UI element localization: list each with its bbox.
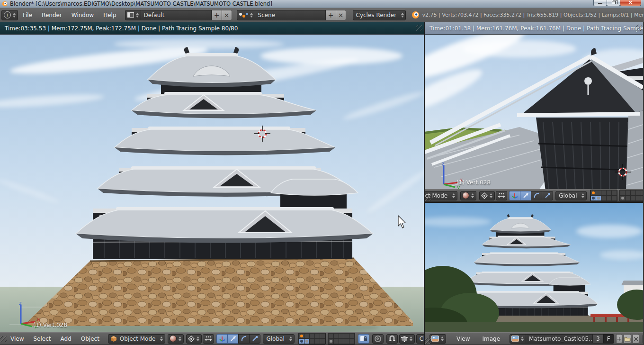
menu-image[interactable]: Image <box>477 336 505 342</box>
menu-view[interactable]: View <box>452 336 474 342</box>
close-icon: × <box>338 11 344 19</box>
image-editor-header: View Image Matsumoto_Castle05... <box>425 332 643 345</box>
layout-icon <box>127 12 134 18</box>
render-engine-value: Cycles Render <box>353 12 400 18</box>
shading-spinner <box>177 336 183 341</box>
viewport-main-header: View Select Add Object Object Mode <box>0 332 424 345</box>
pivot-point-selector[interactable] <box>186 334 202 344</box>
pivot-point-selector[interactable] <box>479 191 495 200</box>
manipulator-rotate-button[interactable] <box>238 334 250 344</box>
manipulate-centers-icon <box>498 192 505 199</box>
menu-select[interactable]: Select <box>28 336 55 342</box>
image-editor-view[interactable] <box>425 203 643 332</box>
editor-type-info-button[interactable]: i <box>1 10 18 20</box>
pin-button[interactable] <box>643 334 643 344</box>
editor-type-image-button[interactable] <box>429 334 446 344</box>
browse-image-button[interactable] <box>510 334 526 344</box>
manipulator-scale-button[interactable] <box>542 191 553 200</box>
layers-grid-1[interactable] <box>298 333 326 345</box>
transform-orientation-selector[interactable]: Global <box>555 191 587 200</box>
menu-help[interactable]: Help <box>98 12 121 18</box>
add-scene-button[interactable]: + <box>326 10 336 20</box>
shading-spinner <box>469 193 476 198</box>
manipulator-translate-button[interactable] <box>216 334 228 344</box>
corner-grip-icon[interactable] <box>425 195 431 201</box>
close-button[interactable]: × <box>620 0 641 6</box>
rotate-arc-icon <box>533 192 540 199</box>
manipulator-buttons <box>217 334 260 344</box>
orientation-value: Global <box>263 336 287 342</box>
window-titlebar[interactable]: Blender* [C:\Users\marcos.EDIGTMO\Deskto… <box>0 0 644 8</box>
render-engine-selector[interactable]: Cycles Render <box>353 10 406 20</box>
corner-grip-icon[interactable] <box>636 25 642 31</box>
image-icon <box>511 336 519 342</box>
layers-widget <box>298 333 355 345</box>
viewport-main: Time:03:35.53 | Mem:172.75M, Peak:172.75… <box>0 22 425 345</box>
active-object-label-secondary: (1) Vert.028 <box>456 179 491 186</box>
rendered-castle-scene <box>0 35 424 332</box>
menu-render[interactable]: Render <box>37 12 67 18</box>
menu-file[interactable]: File <box>18 12 37 18</box>
plus-icon: + <box>328 11 334 19</box>
blender-window: Blender* [C:\Users\marcos.EDIGTMO\Deskto… <box>0 0 644 345</box>
image-name-value: Matsumoto_Castle05... <box>526 336 592 342</box>
close-icon: × <box>633 335 639 343</box>
render-status-main: Time:03:35.53 | Mem:172.75M, Peak:172.75… <box>0 22 424 35</box>
layers-grid-1[interactable] <box>590 190 617 201</box>
transform-orientation-selector[interactable]: Global <box>263 334 294 344</box>
corner-grip-icon[interactable] <box>425 338 431 344</box>
screen-layout-selector[interactable]: Default <box>141 10 212 20</box>
screen-layout-icon-button[interactable] <box>125 10 141 20</box>
delete-scene-button[interactable]: × <box>336 10 346 20</box>
manipulator-arrow-button[interactable] <box>227 334 239 344</box>
menu-view[interactable]: View <box>6 336 28 342</box>
new-image-button[interactable]: + <box>616 334 623 344</box>
proportional-edit-button[interactable] <box>372 334 384 344</box>
open-image-button[interactable] <box>624 334 631 344</box>
snap-element-selector[interactable] <box>399 334 415 344</box>
layers-grid-2[interactable] <box>328 333 355 345</box>
manipulate-centers-button[interactable] <box>496 191 507 200</box>
engine-spinner <box>399 13 406 18</box>
reference-photo <box>425 203 643 332</box>
snap-element-cube-icon <box>401 336 408 342</box>
add-layout-button[interactable]: + <box>212 10 222 20</box>
delete-layout-button[interactable]: × <box>222 10 232 20</box>
scene-icon-button[interactable] <box>237 10 255 20</box>
plus-icon: + <box>617 335 622 343</box>
manipulator-arrow-button[interactable] <box>520 191 531 200</box>
mode-spinner <box>158 336 165 341</box>
minimize-button[interactable] <box>593 0 607 6</box>
manipulator-scale-button[interactable] <box>249 334 260 344</box>
right-column: Time:01:01.38 | Mem:161.76M, Peak:161.76… <box>425 22 643 345</box>
menu-object[interactable]: Object <box>76 336 104 342</box>
snap-target-selector[interactable]: Closest <box>416 334 424 344</box>
corner-grip-icon[interactable] <box>0 336 7 342</box>
viewport-secondary-header: ect Mode <box>425 189 643 202</box>
viewport-shading-selector[interactable] <box>168 334 184 344</box>
snap-target-value: Closest <box>417 336 424 342</box>
restore-button[interactable] <box>607 0 620 6</box>
menu-window[interactable]: Window <box>67 12 98 18</box>
image-name-field[interactable]: Matsumoto_Castle05... <box>526 334 593 344</box>
unlink-image-button[interactable]: × <box>633 334 639 344</box>
scene-spinner <box>248 13 255 18</box>
image-users-count[interactable]: 3 <box>592 334 604 344</box>
corner-grip-icon[interactable] <box>416 25 422 31</box>
manipulator-translate-button[interactable] <box>509 191 520 200</box>
editor-type-spinner <box>11 13 18 18</box>
viewport-shading-selector[interactable] <box>460 191 476 200</box>
proportional-edit-icon <box>375 336 381 342</box>
window-title: Blender* [C:\Users\marcos.EDIGTMO\Deskto… <box>10 0 594 7</box>
manipulate-centers-button[interactable] <box>203 334 214 344</box>
manipulator-rotate-button[interactable] <box>531 191 542 200</box>
fake-user-button[interactable]: F <box>603 334 614 344</box>
layers-grid-2[interactable] <box>619 190 643 201</box>
scene-selector[interactable]: Scene <box>255 10 326 20</box>
render-view-main[interactable]: z x y (1) Vert.028 <box>0 35 424 332</box>
snap-toggle-button[interactable] <box>386 334 398 344</box>
lock-to-scene-button[interactable] <box>358 334 369 344</box>
mode-selector[interactable]: Object Mode <box>108 334 166 344</box>
menu-add[interactable]: Add <box>56 336 76 342</box>
render-view-secondary[interactable]: z x y (1) Vert.028 <box>425 35 643 189</box>
